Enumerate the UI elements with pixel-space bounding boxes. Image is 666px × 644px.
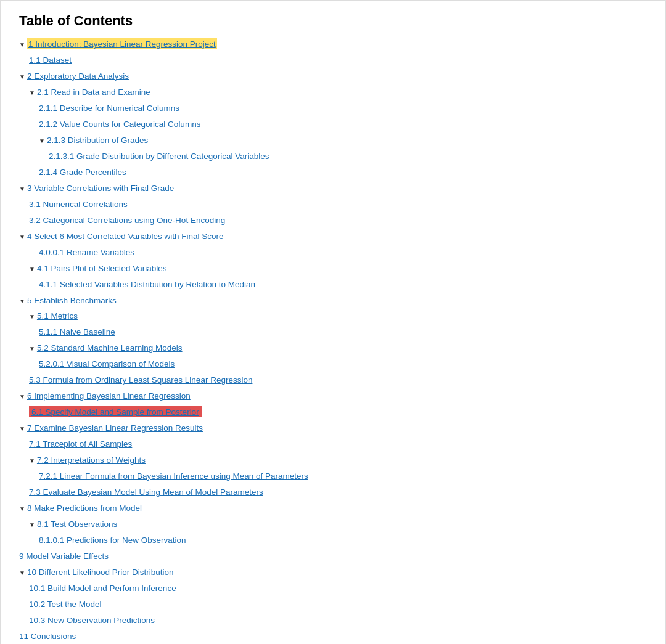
toc-list: ▼1 Introduction: Bayesian Linear Regress… [19,36,647,644]
arrow-icon: ▼ [19,39,25,51]
arrow-icon: ▼ [19,232,25,243]
toc-item: ▼2 Exploratory Data Analysis [19,68,647,84]
toc-link[interactable]: 2.1.2 Value Counts for Categorical Colum… [39,120,200,129]
toc-item: 5.2.0.1 Visual Comparison of Models [19,356,647,372]
toc-link[interactable]: 4.0.0.1 Rename Variables [39,248,134,257]
arrow-icon: ▼ [29,264,35,275]
toc-item: 8.1.0.1 Predictions for New Observation [19,532,647,548]
toc-link[interactable]: 10.2 Test the Model [29,600,102,609]
arrow-icon: ▼ [19,568,25,579]
toc-link[interactable]: 8.1.0.1 Predictions for New Observation [39,536,186,545]
toc-link[interactable]: 7 Examine Bayesian Linear Regression Res… [27,423,203,433]
toc-link[interactable]: 5.1 Metrics [37,311,78,320]
toc-link[interactable]: 2 Exploratory Data Analysis [27,71,129,81]
toc-item: 5.1.1 Naive Baseline [19,324,647,340]
toc-item: 10.1 Build Model and Perform Inference [19,581,647,597]
toc-link[interactable]: 8 Make Predictions from Model [27,503,142,513]
toc-item: 2.1.1 Describe for Numerical Columns [19,100,647,116]
toc-item: ▼7.2 Interpretations of Weights [19,452,647,468]
toc-item: ▼7 Examine Bayesian Linear Regression Re… [19,420,647,436]
toc-item: ▼8 Make Predictions from Model [19,500,647,516]
toc-link[interactable]: 5.1.1 Naive Baseline [39,327,115,336]
arrow-icon: ▼ [29,88,35,99]
toc-item: ▼10 Different Likelihood Prior Distribut… [19,565,647,581]
toc-link[interactable]: 4.1.1 Selected Variables Distribution by… [39,280,255,289]
arrow-icon: ▼ [29,343,35,355]
toc-item: 2.1.3.1 Grade Distribution by Different … [19,149,647,165]
toc-item: 4.0.0.1 Rename Variables [19,245,647,261]
toc-item: 4.1.1 Selected Variables Distribution by… [19,277,647,293]
toc-item: 7.3 Evaluate Bayesian Model Using Mean o… [19,484,647,500]
toc-item: 1.1 Dataset [19,52,647,68]
toc-item: ▼6 Implementing Bayesian Linear Regressi… [19,388,647,404]
arrow-icon: ▼ [19,391,25,403]
toc-link[interactable]: 11 Conclusions [19,632,76,641]
toc-link[interactable]: 2.1.4 Grade Percentiles [39,168,126,177]
toc-item: ▼3 Variable Correlations with Final Grad… [19,181,647,197]
toc-item: ▼5.1 Metrics [19,308,647,324]
arrow-icon: ▼ [19,184,25,195]
toc-item: 6.1 Specify Model and Sample from Poster… [19,404,647,420]
arrow-icon: ▼ [19,296,25,308]
toc-item: ▼8.1 Test Observations [19,516,647,532]
toc-link[interactable]: 7.2.1 Linear Formula from Bayesian Infer… [39,471,308,481]
toc-link[interactable]: 5.2 Standard Machine Learning Models [37,343,183,353]
arrow-icon: ▼ [19,71,25,83]
arrow-icon: ▼ [39,136,45,147]
toc-item: 10.2 Test the Model [19,597,647,613]
toc-item: 7.2.1 Linear Formula from Bayesian Infer… [19,468,647,484]
arrow-icon: ▼ [19,423,25,435]
toc-item: 9 Model Variable Effects [19,548,647,565]
toc-item: ▼4 Select 6 Most Correlated Variables wi… [19,229,647,245]
toc-item: ▼2.1 Read in Data and Examine [19,84,647,100]
arrow-icon: ▼ [29,311,35,323]
toc-link[interactable]: 7.3 Evaluate Bayesian Model Using Mean o… [29,487,263,497]
arrow-icon: ▼ [29,455,35,467]
toc-link[interactable]: 1 Introduction: Bayesian Linear Regressi… [28,39,216,49]
toc-item: ▼1 Introduction: Bayesian Linear Regress… [19,36,647,52]
toc-link[interactable]: 5.2.0.1 Visual Comparison of Models [39,359,175,369]
toc-link[interactable]: 3.2 Categorical Correlations using One-H… [29,216,225,225]
toc-item: 10.3 New Observation Predictions [19,613,647,629]
toc-item: ▼5 Establish Benchmarks [19,293,647,309]
toc-link[interactable]: 3 Variable Correlations with Final Grade [27,184,174,193]
toc-item: ▼4.1 Pairs Plot of Selected Variables [19,261,647,277]
toc-link[interactable]: 10 Different Likelihood Prior Distributi… [27,568,174,577]
toc-item: 3.2 Categorical Correlations using One-H… [19,213,647,229]
toc-link[interactable]: 6 Implementing Bayesian Linear Regressio… [27,391,191,401]
toc-link[interactable]: 3.1 Numerical Correlations [29,200,128,209]
toc-item: 2.1.4 Grade Percentiles [19,165,647,181]
toc-link[interactable]: 7.1 Traceplot of All Samples [29,439,132,449]
toc-item: 5.3 Formula from Ordinary Least Squares … [19,372,647,388]
toc-link[interactable]: 10.3 New Observation Predictions [29,616,155,625]
arrow-icon: ▼ [19,503,25,515]
toc-link[interactable]: 4.1 Pairs Plot of Selected Variables [37,264,167,273]
toc-item: 2.1.2 Value Counts for Categorical Colum… [19,116,647,132]
toc-item: 11 Conclusions [19,629,647,644]
toc-link[interactable]: 2.1.3 Distribution of Grades [47,136,148,145]
toc-item: 3.1 Numerical Correlations [19,197,647,213]
toc-title: Table of Contents [19,13,647,29]
toc-link[interactable]: 5 Establish Benchmarks [27,296,117,305]
toc-link[interactable]: 10.1 Build Model and Perform Inference [29,584,176,593]
toc-link[interactable]: 9 Model Variable Effects [19,552,109,561]
toc-link[interactable]: 2.1 Read in Data and Examine [37,88,150,97]
toc-link[interactable]: 2.1.3.1 Grade Distribution by Different … [49,152,269,161]
toc-link[interactable]: 1.1 Dataset [29,55,72,65]
toc-item: 7.1 Traceplot of All Samples [19,436,647,452]
table-of-contents: Table of Contents ▼1 Introduction: Bayes… [0,0,666,644]
toc-link[interactable]: 8.1 Test Observations [37,520,117,529]
arrow-icon: ▼ [29,520,35,531]
toc-link[interactable]: 2.1.1 Describe for Numerical Columns [39,104,179,113]
toc-link[interactable]: 6.1 Specify Model and Sample from Poster… [31,407,199,417]
toc-link[interactable]: 5.3 Formula from Ordinary Least Squares … [29,375,252,385]
toc-link[interactable]: 7.2 Interpretations of Weights [37,455,146,465]
toc-item: ▼5.2 Standard Machine Learning Models [19,340,647,356]
toc-link[interactable]: 4 Select 6 Most Correlated Variables wit… [27,232,224,241]
toc-item: ▼2.1.3 Distribution of Grades [19,132,647,149]
